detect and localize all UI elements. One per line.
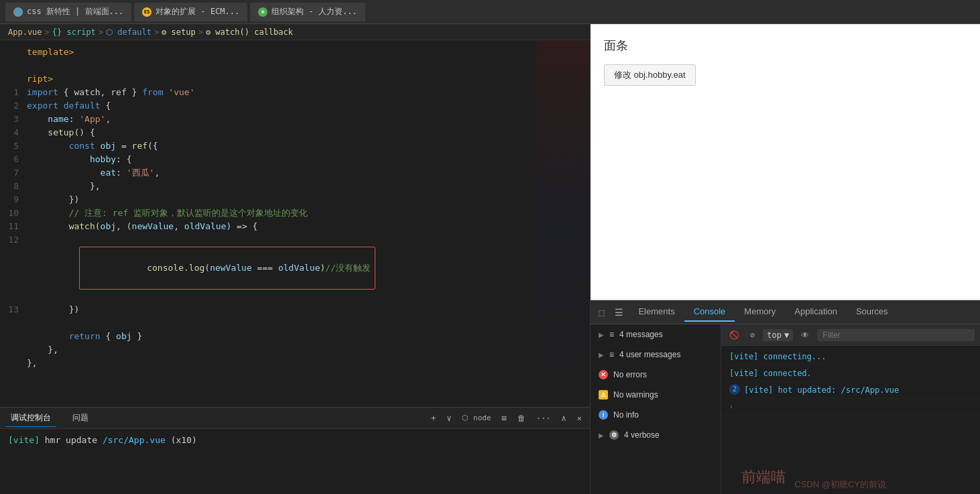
devtools-tab-application[interactable]: Application <box>785 302 847 322</box>
console-line-prompt: › <box>721 399 980 416</box>
code-line-blank1 <box>0 59 590 72</box>
code-line-10: 10 // 注意: ref 监听对象，默认监听的是这个对象地址的变化 <box>0 206 590 220</box>
browser-tab-org-label: 组织架构 - 人力资... <box>271 6 357 17</box>
code-line-2: 2 export default { <box>0 99 590 113</box>
devtools-body: ▶ ≡ 4 messages ▶ ≡ 4 user messages ✕ No … <box>591 324 980 494</box>
tab-problems[interactable]: 问题 <box>67 410 94 426</box>
breadcrumb-setup: ⚙ setup <box>162 27 196 37</box>
sidebar-item-warnings[interactable]: ⚠ No warnings <box>591 385 721 405</box>
minimap <box>536 40 590 407</box>
code-line-15: return { obj } <box>0 330 590 343</box>
code-editor: App.vue > {} script > ⬡ default > ⚙ setu… <box>0 24 590 494</box>
watermark-csdn: CSDN @初晓CY的前说 <box>794 479 886 491</box>
sidebar-item-info[interactable]: i No info <box>591 405 721 425</box>
top-context-selector[interactable]: top ▼ <box>763 329 793 341</box>
code-line-4: 4 setup() { <box>0 126 590 139</box>
dropdown-arrow: ▼ <box>784 330 789 340</box>
right-panel: 面条 修改 obj.hobby.eat ⬚ ☰ Elements Console… <box>590 24 980 494</box>
bottom-panel-toolbar: + ∨ ⬡ node ⊞ 🗑 ··· ∧ ✕ <box>428 412 585 424</box>
browser-preview: 面条 修改 obj.hobby.eat <box>591 24 980 300</box>
devtools-device-icon[interactable]: ☰ <box>609 304 629 320</box>
code-line-6: 6 hobby: { <box>0 153 590 166</box>
devtools: ⬚ ☰ Elements Console Memory Application … <box>591 300 980 494</box>
console-eye-btn[interactable]: 👁 <box>798 329 812 341</box>
code-line-13: 13 }) <box>0 303 590 316</box>
console-text-connecting: [vite] connecting... <box>729 351 826 363</box>
console-prompt-arrow: › <box>729 401 733 413</box>
devtools-tab-elements[interactable]: Elements <box>629 302 684 322</box>
devtools-inspect-icon[interactable]: ⬚ <box>593 304 609 320</box>
error-icon: ✕ <box>599 370 608 379</box>
sidebar-list-icon-2: ≡ <box>609 350 614 359</box>
console-sidebar: ▶ ≡ 4 messages ▶ ≡ 4 user messages ✕ No … <box>591 324 721 494</box>
main-area: App.vue > {} script > ⬡ default > ⚙ setu… <box>0 24 980 494</box>
console-main: 🚫 ⊘ top ▼ 👁 [vite] connecting... <box>721 324 980 494</box>
browser-tab-css-label: css 新特性 | 前端面... <box>27 6 123 17</box>
tab-debug-console[interactable]: 调试控制台 <box>5 410 56 427</box>
devtools-tab-memory[interactable]: Memory <box>735 302 785 322</box>
browser-tab-css[interactable]: 🌐 css 新特性 | 前端面... <box>5 3 131 21</box>
code-line-5: 5 const obj = ref({ <box>0 139 590 153</box>
code-line-14-blank <box>0 316 590 330</box>
console-output: [vite] connecting... [vite] connected. 2… <box>721 346 980 494</box>
arrow-icon-3: ▶ <box>599 432 604 439</box>
console-text-connected: [vite] connected. <box>729 367 812 379</box>
console-line-connected: [vite] connected. <box>721 365 980 382</box>
code-line-3: 3 name: 'App', <box>0 113 590 126</box>
console-line-connecting: [vite] connecting... <box>721 349 980 365</box>
console-filter-input[interactable] <box>817 329 975 341</box>
console-count-badge: 2 <box>729 384 740 395</box>
breadcrumb-template: App.vue <box>8 27 42 37</box>
sidebar-verbose-label: 4 verbose <box>624 430 660 440</box>
code-line-template-tag: template> <box>0 46 590 59</box>
console-toolbar: 🚫 ⊘ top ▼ 👁 <box>721 324 980 346</box>
sidebar-user-messages-label: 4 user messages <box>619 350 680 359</box>
terminal-split-btn[interactable]: ⊞ <box>499 412 509 424</box>
code-line-16: }, <box>0 343 590 357</box>
browser-tab-org[interactable]: ● 组织架构 - 人力资... <box>250 3 365 21</box>
sidebar-item-user-messages[interactable]: ▶ ≡ 4 user messages <box>591 345 721 365</box>
sidebar-errors-label: No errors <box>613 370 647 379</box>
terminal-node-btn[interactable]: ⬡ node <box>459 412 493 424</box>
console-text-hot-updated: [vite] hot updated: /src/App.vue <box>744 384 899 396</box>
code-line-7: 7 eat: '西瓜', <box>0 166 590 180</box>
browser-tab-es-label: 对象的扩展 - ECM... <box>156 6 239 17</box>
terminal-dropdown-btn[interactable]: ∨ <box>444 412 454 424</box>
devtools-tabs: ⬚ ☰ Elements Console Memory Application … <box>591 300 980 324</box>
devtools-tab-console[interactable]: Console <box>684 302 735 322</box>
tab-favicon-org: ● <box>258 7 267 17</box>
breadcrumb-watch: ⚙ watch() callback <box>206 27 293 37</box>
code-line-11: 11 watch(obj, (newValue, oldValue) => { <box>0 220 590 233</box>
info-icon: i <box>599 410 608 420</box>
top-context-label: top <box>767 330 782 340</box>
browser-tab-es[interactable]: ES 对象的扩展 - ECM... <box>134 3 247 21</box>
terminal-more-btn[interactable]: ··· <box>534 412 554 424</box>
terminal-content: [vite] hmr update /src/App.vue (x10) <box>0 429 590 494</box>
code-line-12: 12 console.log(newValue === oldValue)//没… <box>0 233 590 303</box>
code-line-8: 8 }, <box>0 180 590 193</box>
minimap-content <box>536 40 590 407</box>
tab-favicon-css: 🌐 <box>13 7 23 17</box>
sidebar-item-messages[interactable]: ▶ ≡ 4 messages <box>591 324 721 345</box>
terminal-trash-btn[interactable]: 🗑 <box>515 412 528 424</box>
breadcrumb: App.vue > {} script > ⬡ default > ⚙ setu… <box>0 24 590 40</box>
sidebar-item-verbose[interactable]: ▶ ⚙ 4 verbose <box>591 425 721 445</box>
add-terminal-btn[interactable]: + <box>428 412 438 424</box>
terminal-collapse-btn[interactable]: ∧ <box>559 412 569 424</box>
sidebar-warnings-label: No warnings <box>613 390 658 399</box>
terminal-close-btn[interactable]: ✕ <box>574 412 585 424</box>
sidebar-messages-label: 4 messages <box>619 330 663 339</box>
code-line-17: }, <box>0 357 590 370</box>
console-filter-btn[interactable]: ⊘ <box>747 329 757 341</box>
browser-tabs-bar: 🌐 css 新特性 | 前端面... ES 对象的扩展 - ECM... ● 组… <box>0 0 980 24</box>
console-clear-btn[interactable]: 🚫 <box>727 329 742 341</box>
arrow-icon-2: ▶ <box>599 351 604 359</box>
bottom-panel-tabs: 调试控制台 问题 + ∨ ⬡ node ⊞ 🗑 ··· ∧ ✕ <box>0 408 590 429</box>
preview-content: 面条 修改 obj.hobby.eat <box>591 24 980 300</box>
terminal-line-vite: [vite] hmr update /src/App.vue (x10) <box>8 433 582 448</box>
sidebar-info-label: No info <box>613 410 639 420</box>
modify-obj-button[interactable]: 修改 obj.hobby.eat <box>604 64 696 86</box>
devtools-tab-sources[interactable]: Sources <box>847 302 898 322</box>
sidebar-item-errors[interactable]: ✕ No errors <box>591 365 721 385</box>
code-line-9: 9 }) <box>0 193 590 206</box>
